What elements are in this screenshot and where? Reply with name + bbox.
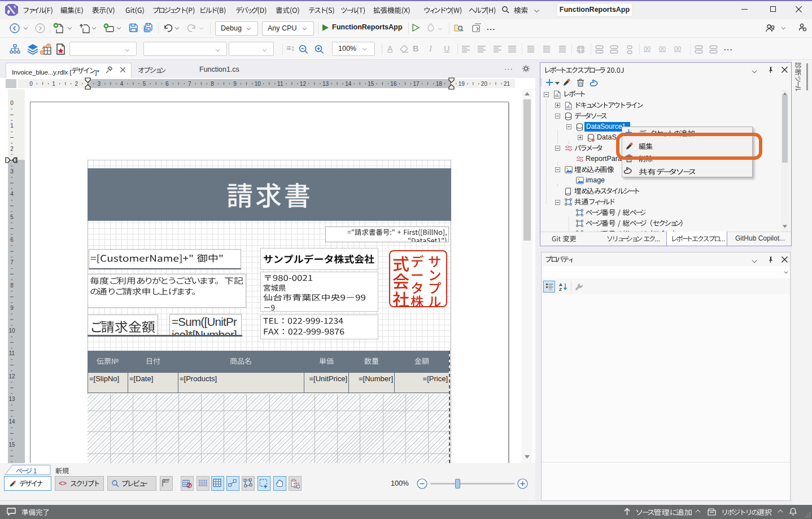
svg-text:5: 5 [10,214,14,220]
svg-text:9: 9 [10,305,14,311]
svg-text:8: 8 [10,282,14,289]
svg-text:4: 4 [10,191,14,197]
svg-text:4: 4 [120,81,124,87]
svg-text:19: 19 [459,81,465,87]
svg-text:13: 13 [322,81,329,87]
svg-text:12: 12 [8,373,15,380]
svg-text:0: 0 [29,81,33,87]
svg-text:15: 15 [368,81,374,87]
svg-text:16: 16 [390,81,397,87]
svg-text:1: 1 [10,123,14,129]
svg-text:10: 10 [8,328,15,334]
svg-text:13: 13 [8,396,15,402]
svg-text:0: 0 [10,100,14,106]
svg-text:3: 3 [10,168,14,175]
svg-text:11: 11 [9,350,15,356]
svg-text:2: 2 [75,81,78,87]
svg-text:5: 5 [143,81,146,87]
svg-text:20: 20 [481,81,488,87]
svg-text:21: 21 [504,81,510,87]
svg-text:6: 6 [10,237,14,243]
svg-text:7: 7 [188,81,191,87]
svg-text:2: 2 [10,146,14,152]
svg-text:11: 11 [277,81,283,87]
svg-text:1: 1 [52,81,55,87]
svg-text:14: 14 [345,81,352,87]
svg-text:17: 17 [413,81,420,87]
svg-text:10: 10 [255,81,261,87]
svg-text:7: 7 [10,259,14,265]
svg-text:8: 8 [211,81,214,87]
svg-text:15: 15 [8,442,15,448]
svg-text:14: 14 [8,418,15,425]
svg-text:12: 12 [300,81,307,87]
svg-text:6: 6 [165,81,169,87]
svg-text:3: 3 [98,81,101,87]
svg-text:18: 18 [436,81,443,87]
svg-text:Z: Z [559,287,562,291]
svg-text:9: 9 [233,81,237,87]
